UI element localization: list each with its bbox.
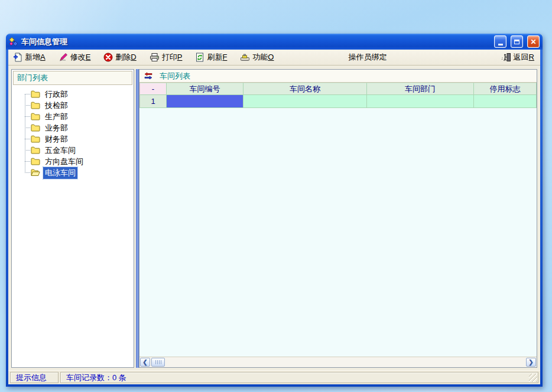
tree-item-label: 财务部 <box>43 133 70 145</box>
department-panel: 部门列表 行政部 技检部 生产部 <box>11 69 134 368</box>
delete-button[interactable]: 删除D <box>103 52 136 63</box>
edit-button[interactable]: 修改E <box>59 52 91 63</box>
tree-item-xingzhengbu[interactable]: 行政部 <box>12 89 134 100</box>
new-document-icon <box>13 53 22 62</box>
minimize-icon <box>498 44 503 45</box>
grid-cell-rownum[interactable]: 1 <box>139 95 167 108</box>
folder-closed-icon <box>31 113 40 120</box>
print-button-shortcut: P <box>177 53 183 61</box>
scrollbar-thumb[interactable] <box>151 358 165 367</box>
app-window: 车间信息管理 ✕ 新增A 修改E <box>6 34 543 387</box>
delete-red-x-icon <box>103 53 113 62</box>
maximize-icon <box>514 40 519 44</box>
tree-item-label-selected: 电泳车间 <box>43 167 77 179</box>
tree-item-label: 生产部 <box>43 111 70 123</box>
tree-item-label: 行政部 <box>43 89 70 100</box>
app-flowchart-icon <box>9 37 18 47</box>
horizontal-scrollbar[interactable]: ❮ ❯ <box>139 357 537 367</box>
refresh-button-label: 刷新 <box>207 53 222 61</box>
folder-closed-icon <box>31 102 40 109</box>
new-button-shortcut: A <box>40 53 46 61</box>
function-button[interactable]: 功能O <box>240 52 274 63</box>
tree-item-label: 业务部 <box>43 122 70 134</box>
title-bar[interactable]: 车间信息管理 ✕ <box>6 34 543 50</box>
window-title: 车间信息管理 <box>21 37 490 47</box>
status-record-count-panel: 车间记录数：0 条 <box>60 372 538 383</box>
status-hint-panel: 提示信息 <box>10 372 59 383</box>
new-button-label: 新增 <box>25 53 40 61</box>
operator-binding-label[interactable]: 操作员绑定 <box>348 52 387 63</box>
close-button[interactable]: ✕ <box>527 35 540 48</box>
scroll-left-button[interactable]: ❮ <box>140 358 150 367</box>
status-bar: 提示信息 车间记录数：0 条 <box>8 370 540 384</box>
main-area: 部门列表 行政部 技检部 生产部 <box>8 66 540 370</box>
grid-cell-disabled-flag[interactable] <box>474 95 537 108</box>
toolbar: 新增A 修改E 删除D <box>8 50 540 66</box>
tree-item-fangxiangpanchejian[interactable]: 方向盘车间 <box>12 156 134 167</box>
return-button[interactable]: 返回R <box>501 52 534 63</box>
edit-pencil-icon <box>59 53 68 62</box>
refresh-icon <box>195 53 204 62</box>
grid-header-workshop-name[interactable]: 车间名称 <box>243 83 367 95</box>
maximize-button[interactable] <box>511 35 523 48</box>
record-count-text: 车间记录数：0 条 <box>66 373 126 383</box>
exit-door-icon <box>501 53 511 62</box>
grid-header-disabled-flag[interactable]: 停用标志 <box>474 83 537 95</box>
grid-empty-area <box>139 108 537 357</box>
refresh-button-shortcut: F <box>222 53 227 61</box>
department-panel-header: 部门列表 <box>13 71 132 85</box>
close-icon: ✕ <box>530 38 536 45</box>
refresh-button[interactable]: 刷新F <box>195 52 227 63</box>
folder-closed-icon <box>31 124 40 132</box>
return-button-shortcut: R <box>529 53 534 61</box>
workshop-panel-title: 车间列表 <box>160 71 190 81</box>
desktop: { "window": { "title": "车间信息管理", "icon":… <box>0 0 552 392</box>
tree-item-yewubu[interactable]: 业务部 <box>12 122 134 133</box>
edit-button-shortcut: E <box>86 53 91 61</box>
chevron-left-icon: ❮ <box>142 360 147 365</box>
workshop-panel: 车间列表 - 车间编号 车间名称 车间部门 停用标志 1 <box>139 69 537 368</box>
print-button-label: 打印 <box>162 53 177 61</box>
grid-header-workshop-number[interactable]: 车间编号 <box>167 83 243 95</box>
scroll-right-button[interactable]: ❯ <box>526 358 536 367</box>
tree-item-label: 五金车间 <box>43 145 77 156</box>
return-button-label: 返回 <box>514 53 529 61</box>
grid-row-1: 1 <box>139 95 537 108</box>
resize-grip[interactable] <box>529 374 537 382</box>
tree-item-dianyongchejian-selected[interactable]: 电泳车间 <box>12 167 134 178</box>
folder-closed-icon <box>31 158 40 165</box>
grid-cell-workshop-department[interactable] <box>367 95 474 108</box>
tree-item-shengchanbu[interactable]: 生产部 <box>12 111 134 122</box>
minimize-button[interactable] <box>494 35 506 48</box>
delete-button-label: 删除 <box>115 53 131 61</box>
grid-header-rownum[interactable]: - <box>139 83 167 95</box>
folder-open-icon <box>31 169 40 177</box>
workshop-panel-header: 车间列表 <box>139 70 537 83</box>
grid-header-workshop-department[interactable]: 车间部门 <box>367 83 474 95</box>
folder-closed-icon <box>31 90 40 98</box>
chevron-right-icon: ❯ <box>528 360 533 365</box>
edit-button-label: 修改 <box>70 53 86 61</box>
client-area: 新增A 修改E 删除D <box>8 50 540 384</box>
tree-item-label: 技检部 <box>43 100 70 112</box>
folder-closed-icon <box>31 146 40 154</box>
tree-item-label: 方向盘车间 <box>43 156 85 168</box>
grid-header-row: - 车间编号 车间名称 车间部门 停用标志 <box>139 83 537 95</box>
tree-item-jijianbu[interactable]: 技检部 <box>12 100 134 111</box>
folder-closed-icon <box>31 135 40 143</box>
function-tool-icon <box>240 53 250 62</box>
grid-cell-workshop-number-selected[interactable] <box>167 95 243 108</box>
department-tree: 行政部 技检部 生产部 业务部 <box>12 86 134 367</box>
new-button[interactable]: 新增A <box>13 52 46 63</box>
printer-icon <box>150 53 160 62</box>
grid-cell-workshop-name[interactable] <box>243 95 367 108</box>
swap-arrows-icon <box>144 71 153 80</box>
print-button[interactable]: 打印P <box>150 52 183 63</box>
tree-item-caiwubu[interactable]: 财务部 <box>12 133 134 145</box>
delete-button-shortcut: D <box>131 53 136 61</box>
tree-item-wujinchejian[interactable]: 五金车间 <box>12 145 134 156</box>
function-button-label: 功能 <box>252 53 268 61</box>
function-button-shortcut: O <box>268 53 274 61</box>
